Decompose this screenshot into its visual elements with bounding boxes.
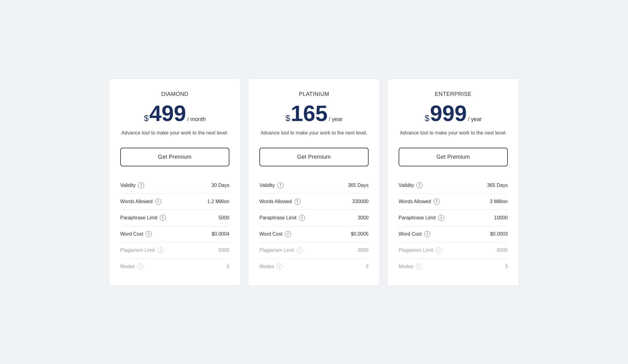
feature-label-text: Validity (259, 183, 275, 188)
feature-label-text: Plagiarism Limit (259, 248, 294, 253)
feature-label: Words Allowedi (259, 199, 301, 205)
features-list: Validityi365 DaysWords Allowedi330000Par… (259, 177, 369, 275)
feature-item: Plagiarism Limiti5000 (120, 242, 229, 259)
price-period: / year (329, 116, 343, 123)
feature-item: Words Allowedi3 Million (399, 194, 508, 210)
info-icon[interactable]: i (299, 215, 305, 221)
feature-item: Paraphrase Limiti5000 (120, 210, 229, 226)
info-icon[interactable]: i (416, 264, 422, 270)
info-icon[interactable]: i (438, 215, 444, 221)
info-icon[interactable]: i (160, 215, 166, 221)
feature-value: $0.0004 (212, 231, 229, 237)
feature-item: Word Costi$0.0003 (399, 226, 508, 242)
feature-label-text: Word Cost (120, 231, 143, 237)
feature-label: Word Costi (399, 231, 430, 237)
feature-label-text: Paraphrase Limit (120, 215, 157, 221)
plan-name: ENTERPRISE (399, 91, 508, 97)
feature-label: Paraphrase Limiti (259, 215, 305, 221)
feature-value: 30 Days (211, 183, 229, 188)
info-icon[interactable]: i (277, 182, 283, 188)
pricing-card-diamond: DIAMOND$499/ monthAdvance tool to make y… (109, 78, 241, 286)
price-amount: 999 (430, 102, 467, 124)
get-premium-button-platinium[interactable]: Get Premium (259, 148, 369, 166)
feature-label-text: Words Allowed (399, 199, 431, 204)
feature-label-text: Plagiarism Limit (120, 248, 155, 253)
feature-item: Modesi3 (259, 259, 369, 275)
feature-label-text: Word Cost (259, 231, 282, 237)
feature-label: Plagiarism Limiti (259, 247, 303, 253)
feature-item: Word Costi$0.0005 (259, 226, 369, 242)
feature-label: Modesi (399, 264, 422, 270)
feature-item: Words Allowedi1.2 Million (120, 194, 229, 210)
feature-label-text: Modes (259, 264, 274, 269)
feature-label-text: Modes (399, 264, 413, 269)
price-dollar-sign: $ (144, 113, 149, 123)
feature-item: Word Costi$0.0004 (120, 226, 229, 242)
feature-item: Modesi3 (399, 259, 508, 275)
get-premium-button-enterprise[interactable]: Get Premium (399, 148, 508, 166)
info-icon[interactable]: i (434, 199, 440, 205)
price-period: / month (187, 116, 206, 123)
feature-value: 3 Million (490, 199, 508, 204)
feature-value: $0.0003 (490, 231, 508, 237)
feature-value: 365 Days (487, 183, 508, 188)
feature-value: 5000 (218, 215, 229, 221)
feature-item: Paraphrase Limiti10000 (399, 210, 508, 226)
feature-value: 3 (227, 264, 229, 269)
get-premium-button-diamond[interactable]: Get Premium (120, 148, 229, 166)
info-icon[interactable]: i (285, 231, 291, 237)
feature-label: Words Allowedi (399, 199, 440, 205)
info-icon[interactable]: i (137, 264, 144, 270)
feature-label-text: Paraphrase Limit (399, 215, 436, 221)
feature-value: 1.2 Million (207, 199, 229, 204)
info-icon[interactable]: i (146, 231, 152, 237)
pricing-container: DIAMOND$499/ monthAdvance tool to make y… (99, 78, 529, 286)
feature-label: Word Costi (120, 231, 152, 237)
feature-label: Paraphrase Limiti (120, 215, 166, 221)
info-icon[interactable]: i (416, 182, 423, 188)
feature-label: Validityi (399, 182, 423, 188)
features-list: Validityi30 DaysWords Allowedi1.2 Millio… (120, 177, 229, 275)
feature-label-text: Paraphrase Limit (259, 215, 297, 221)
info-icon[interactable]: i (157, 247, 163, 253)
features-list: Validityi365 DaysWords Allowedi3 Million… (399, 177, 508, 275)
info-icon[interactable]: i (424, 231, 430, 237)
info-icon[interactable]: i (436, 247, 442, 253)
feature-label: Paraphrase Limiti (399, 215, 444, 221)
feature-label: Plagiarism Limiti (399, 247, 442, 253)
info-icon[interactable]: i (138, 182, 144, 188)
feature-item: Plagiarism Limiti6000 (399, 242, 508, 259)
plan-description: Advance tool to make your work to the ne… (120, 129, 229, 137)
info-icon[interactable]: i (277, 264, 283, 270)
price-amount: 165 (291, 102, 327, 124)
feature-item: Words Allowedi330000 (259, 194, 369, 210)
plan-description: Advance tool to make your work to the ne… (399, 129, 508, 137)
feature-label: Validityi (120, 182, 144, 188)
feature-label-text: Word Cost (399, 231, 422, 237)
price-amount: 499 (149, 102, 186, 124)
feature-label: Modesi (259, 264, 283, 270)
feature-value: 3 (505, 264, 508, 269)
feature-item: Validityi30 Days (120, 177, 229, 194)
info-icon[interactable]: i (297, 247, 303, 253)
feature-value: $0.0005 (351, 231, 369, 237)
price-period: / year (468, 116, 482, 123)
price-row: $499/ month (120, 102, 229, 124)
feature-value: 10000 (494, 215, 508, 221)
feature-item: Modesi3 (120, 259, 229, 275)
feature-value: 365 Days (348, 183, 369, 188)
price-dollar-sign: $ (425, 113, 430, 123)
feature-label: Validityi (259, 182, 283, 188)
feature-value: 3000 (358, 248, 369, 253)
feature-value: 3 (366, 264, 369, 269)
pricing-card-enterprise: ENTERPRISE$999/ yearAdvance tool to make… (387, 78, 519, 286)
plan-name: DIAMOND (120, 91, 229, 97)
info-icon[interactable]: i (155, 199, 161, 205)
feature-label-text: Words Allowed (120, 199, 153, 204)
info-icon[interactable]: i (294, 199, 301, 205)
pricing-card-platinium: PLATINIUM$165/ yearAdvance tool to make … (248, 78, 380, 286)
plan-description: Advance tool to make your work to the ne… (259, 129, 369, 137)
feature-value: 330000 (352, 199, 369, 204)
feature-value: 5000 (218, 248, 229, 253)
feature-label: Modesi (120, 264, 144, 270)
